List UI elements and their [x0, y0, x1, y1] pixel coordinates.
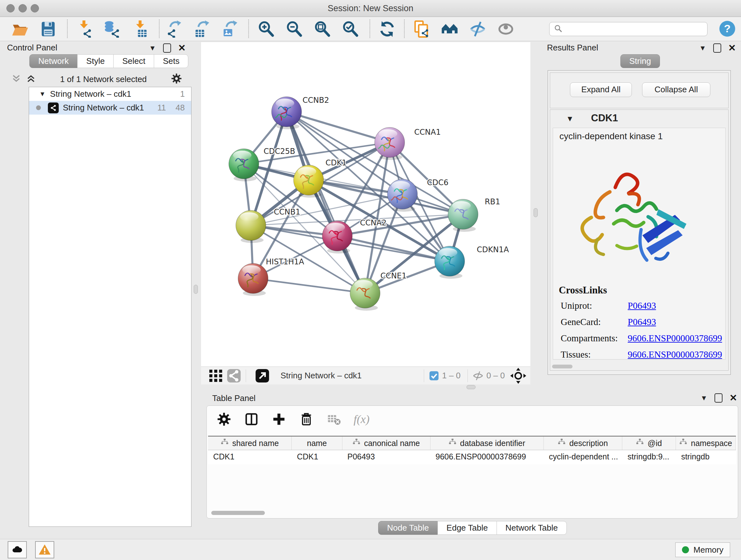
node-CCNA2[interactable] — [322, 221, 352, 253]
search-input[interactable] — [565, 23, 707, 35]
birdseye-grid-icon[interactable] — [209, 368, 223, 383]
table-hscrollbar-thumb[interactable] — [211, 511, 265, 515]
network-collection-row[interactable]: ▼ String Network – cdk1 1 — [29, 87, 191, 101]
toolbar-separator — [404, 19, 405, 38]
expand-all-networks-icon[interactable] — [11, 74, 21, 84]
node-CCNA1[interactable] — [375, 127, 405, 160]
tab-network[interactable]: Network — [29, 54, 77, 68]
table-panel-tabs: Node TableEdge TableNetwork Table — [378, 521, 567, 535]
open-in-new-window-icon[interactable] — [255, 368, 270, 383]
import-network-file-button[interactable] — [75, 20, 93, 38]
tab-node-table[interactable]: Node Table — [378, 521, 438, 535]
node-HIST1H1A[interactable] — [238, 263, 268, 296]
delete-table-icon[interactable] — [326, 412, 341, 427]
control-panel: Control Panel ▼ ✕ NetworkStyleSelectSets… — [3, 42, 190, 538]
export-image-button[interactable] — [221, 20, 239, 38]
zoom-selected-button[interactable] — [341, 20, 359, 38]
right-splitter-handle[interactable] — [534, 208, 538, 217]
function-builder-icon[interactable]: f(x) — [354, 413, 369, 426]
search-box[interactable] — [549, 22, 708, 36]
network-options-gear-icon[interactable] — [171, 73, 182, 85]
tab-string[interactable]: String — [620, 54, 660, 68]
crosslink-link[interactable]: 9606.ENSP00000378699 — [628, 349, 722, 360]
crosslink-link[interactable]: P06493 — [628, 300, 656, 311]
crosslink-link[interactable]: 9606.ENSP00000378699 — [628, 333, 722, 344]
create-column-icon[interactable] — [271, 412, 286, 427]
network-view-title: String Network – cdk1 — [280, 371, 361, 381]
collapse-all-networks-icon[interactable] — [26, 74, 36, 84]
node-RB1[interactable] — [448, 199, 478, 232]
hidden-eye-slash-icon[interactable] — [472, 370, 484, 381]
column-type-icon — [449, 438, 456, 448]
crosslink-link[interactable]: P06493 — [628, 317, 656, 327]
memory-label: Memory — [693, 545, 724, 555]
tab-edge-table[interactable]: Edge Table — [437, 521, 497, 535]
node-CDKN1A[interactable] — [434, 246, 465, 279]
results-hscrollbar[interactable] — [552, 365, 572, 368]
help-button[interactable]: ? — [718, 19, 737, 38]
table-options-gear-icon[interactable] — [216, 412, 232, 427]
first-neighbors-button[interactable] — [441, 20, 459, 38]
table-panel-float-icon[interactable]: ▼ — [700, 394, 708, 402]
network-row-selected[interactable]: String Network – cdk1 11 48 — [29, 101, 191, 115]
import-table-file-button[interactable] — [131, 20, 149, 38]
collapse-all-button[interactable]: Collapse All — [642, 82, 711, 97]
network-canvas[interactable]: CCNB2CCNA1CDC25BCDK1CDC6RB1CCNB1CCNA2CDK… — [201, 42, 530, 367]
open-session-button[interactable] — [11, 20, 29, 38]
control-panel-maximize-icon[interactable] — [163, 44, 171, 53]
pan-crosshair-icon[interactable] — [510, 368, 527, 384]
network-type-share-icon[interactable] — [226, 368, 241, 383]
export-table-button[interactable] — [193, 20, 211, 38]
control-panel-close-icon[interactable]: ✕ — [178, 44, 186, 53]
zoom-in-button[interactable] — [257, 20, 275, 38]
column-header-shared-name[interactable]: shared name — [208, 436, 292, 450]
column-header-canonical-name[interactable]: canonical name — [342, 436, 430, 450]
column-header-description[interactable]: description — [544, 436, 623, 450]
import-network-database-button[interactable] — [103, 20, 121, 38]
zoom-fit-button[interactable] — [313, 20, 331, 38]
column-header-database-identifier[interactable]: database identifier — [430, 436, 544, 450]
results-panel-close-icon[interactable]: ✕ — [728, 44, 736, 53]
node-table: shared namenamecanonical namedatabase id… — [208, 436, 736, 505]
refresh-view-button[interactable] — [378, 20, 396, 38]
results-panel-maximize-icon[interactable] — [713, 44, 721, 53]
node-CDC25B[interactable] — [229, 149, 259, 181]
control-panel-float-icon[interactable]: ▼ — [149, 44, 156, 52]
node-CCNE1[interactable] — [350, 278, 380, 311]
table-panel-maximize-icon[interactable] — [715, 393, 723, 402]
show-columns-icon[interactable] — [244, 412, 259, 427]
expand-all-button[interactable]: Expand All — [570, 82, 632, 97]
node-CDC6[interactable] — [387, 179, 417, 212]
node-CCNB1[interactable] — [236, 210, 266, 243]
tab-select[interactable]: Select — [113, 54, 154, 68]
table-panel-close-icon[interactable]: ✕ — [730, 393, 737, 402]
memory-button[interactable]: Memory — [675, 543, 730, 557]
collection-expander-icon[interactable]: ▼ — [39, 90, 46, 98]
results-panel-float-icon[interactable]: ▼ — [699, 44, 706, 52]
clone-network-button[interactable] — [412, 20, 431, 38]
export-network-button[interactable] — [165, 20, 183, 38]
tab-network-table[interactable]: Network Table — [496, 521, 567, 535]
crosslink-label: Compartments: — [561, 333, 628, 344]
hide-selected-button[interactable] — [468, 20, 487, 38]
column-header--id[interactable]: @id — [622, 436, 676, 450]
left-splitter-handle[interactable] — [194, 285, 198, 294]
column-header-name[interactable]: name — [292, 436, 342, 450]
tab-sets[interactable]: Sets — [154, 54, 188, 68]
show-all-button[interactable] — [496, 20, 515, 38]
edge-CCNB2-CCNA1[interactable] — [286, 112, 390, 142]
column-header-namespace[interactable]: namespace — [676, 436, 736, 450]
save-session-button[interactable] — [39, 20, 57, 38]
delete-column-icon[interactable] — [299, 412, 314, 427]
cloud-status-button[interactable] — [8, 541, 27, 558]
edge-CCNB2-RB1[interactable] — [286, 112, 463, 214]
selected-checkbox-icon[interactable] — [428, 370, 440, 381]
selected-count: 1 – 0 — [442, 371, 461, 381]
table-row[interactable]: CDK1CDK1P064939606.ENSP00000378699cyclin… — [208, 450, 736, 464]
edge-HIST1H1A-CCNE1[interactable] — [253, 278, 365, 293]
tab-style[interactable]: Style — [77, 54, 114, 68]
zoom-out-button[interactable] — [285, 20, 303, 38]
node-details: cyclin-dependent kinase 1 — [553, 128, 726, 360]
warning-status-button[interactable] — [35, 541, 54, 558]
section-collapse-icon[interactable]: ▼ — [566, 114, 574, 123]
